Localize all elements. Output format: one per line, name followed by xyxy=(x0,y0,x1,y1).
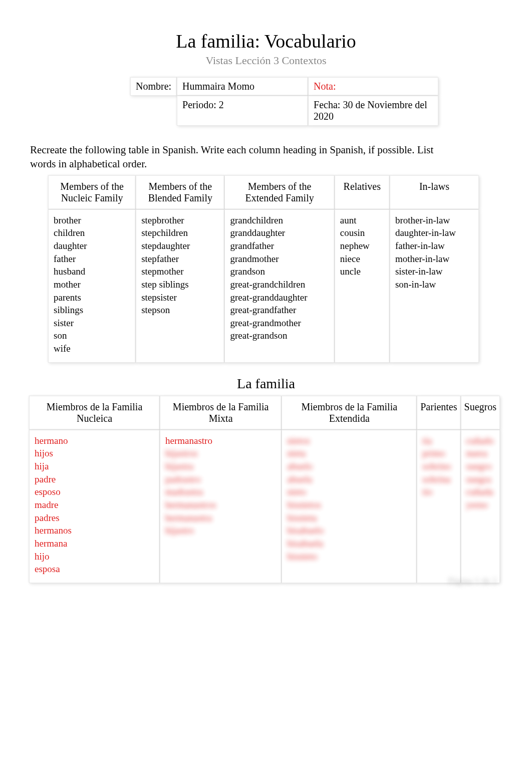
vocab-word-blurred: nuera xyxy=(466,447,494,460)
es-header-1: Miembros de la Familia Mixta xyxy=(160,396,282,430)
vocab-word: esposa xyxy=(35,563,154,576)
vocab-word: daughter-in-law xyxy=(395,226,473,239)
vocab-word: great-grandmother xyxy=(230,317,329,330)
vocab-word: grandson xyxy=(230,265,329,278)
vocab-word-blurred: bisabuelo xyxy=(287,524,411,537)
vocab-word: cousin xyxy=(340,226,384,239)
vocab-word: wife xyxy=(54,342,130,355)
vocab-word: aunt xyxy=(340,214,384,227)
vocab-word: great-grandfather xyxy=(230,304,329,317)
page-footer: Página 1 de 2 xyxy=(448,576,497,587)
vocab-word: hermana xyxy=(35,537,154,550)
vocab-word-blurred: nietos xyxy=(287,434,411,447)
vocab-word-blurred: tía xyxy=(422,434,455,447)
vocab-word: granddaughter xyxy=(230,226,329,239)
vocab-word: sister xyxy=(54,317,130,330)
vocab-word: stepchildren xyxy=(141,226,219,239)
vocab-word: hijo xyxy=(35,550,154,563)
vocab-word: great-granddaughter xyxy=(230,291,329,304)
vocab-word-blurred: hijastra xyxy=(165,460,276,473)
en-header-0: Members of theNucleic Family xyxy=(48,175,136,209)
vocab-word: father-in-law xyxy=(395,239,473,252)
vocab-word: stepson xyxy=(141,304,219,317)
vocab-word: niece xyxy=(340,252,384,266)
vocab-word: nephew xyxy=(340,239,384,252)
vocab-word-blurred: bisabuela xyxy=(287,537,411,550)
vocab-word: hermanos xyxy=(35,524,154,537)
nombre-label: Nombre: xyxy=(130,77,177,96)
vocab-word-blurred: madrastra xyxy=(165,485,276,498)
vocab-word-blurred: nieto xyxy=(287,485,411,498)
vocab-word: daughter xyxy=(54,239,130,252)
vocab-word: son-in-law xyxy=(395,278,473,291)
vocab-word: stepfather xyxy=(141,252,219,266)
vocab-word-blurred: sobrina xyxy=(422,473,455,486)
vocab-word-blurred: bisnieta xyxy=(287,511,411,525)
vocab-word: sister-in-law xyxy=(395,265,473,278)
en-header-3: Relatives xyxy=(335,175,390,209)
vocab-word: grandfather xyxy=(230,239,329,252)
vocab-word-blurred: cuñado xyxy=(466,434,494,447)
page-subtitle: Vistas Lección 3 Contextos xyxy=(30,54,502,67)
vocab-word: grandmother xyxy=(230,252,329,266)
vocab-word: padre xyxy=(35,473,154,486)
vocab-word: step siblings xyxy=(141,278,219,291)
vocab-word: great-grandson xyxy=(230,329,329,342)
spanish-table: Miembros de la Familia NucleicaMiembros … xyxy=(29,396,500,583)
en-col-3: auntcousinnephewnieceuncle xyxy=(335,209,390,363)
vocab-word-blurred: bisnietos xyxy=(287,498,411,511)
vocab-word: hermano xyxy=(35,434,154,447)
vocab-word: madre xyxy=(35,498,154,511)
vocab-word-blurred: abuela xyxy=(287,473,411,486)
vocab-word: stepdaughter xyxy=(141,239,219,252)
en-col-4: brother-in-lawdaughter-in-lawfather-in-l… xyxy=(390,209,479,363)
es-header-0: Miembros de la Familia Nucleica xyxy=(29,396,160,430)
vocab-word-blurred: sobrino xyxy=(422,460,455,473)
vocab-word-blurred: cuñada xyxy=(466,485,494,498)
vocab-word-blurred: suegra xyxy=(466,473,494,486)
vocab-word: husband xyxy=(54,265,130,278)
instructions: Recreate the following table in Spanish.… xyxy=(30,143,502,171)
vocab-word: hermanastro xyxy=(165,434,276,447)
vocab-word-blurred: yerno xyxy=(466,498,494,511)
vocab-word: siblings xyxy=(54,304,130,317)
vocab-word-blurred: suegro xyxy=(466,460,494,473)
vocab-word: mother xyxy=(54,278,130,291)
vocab-word: brother-in-law xyxy=(395,214,473,227)
vocab-word: children xyxy=(54,226,130,239)
es-col-2: nietosnietaabueloabuelanietobisnietosbis… xyxy=(282,430,417,583)
es-header-3: Parientes xyxy=(417,396,460,430)
vocab-word: esposo xyxy=(35,485,154,498)
vocab-word: father xyxy=(54,252,130,266)
vocab-word: stepmother xyxy=(141,265,219,278)
vocab-word-blurred: hijastro xyxy=(165,524,276,537)
es-col-0: hermanohijoshijapadreesposomadrepadreshe… xyxy=(29,430,160,583)
vocab-word-blurred: nieta xyxy=(287,447,411,460)
es-col-3: tíaprimosobrinosobrinatío xyxy=(417,430,460,583)
page-title: La familia: Vocabulario xyxy=(30,30,502,52)
nota-cell: Nota: xyxy=(308,77,438,96)
fecha-cell: Fecha: 30 de Noviembre del 2020 xyxy=(308,96,438,126)
vocab-word: brother xyxy=(54,214,130,227)
en-col-2: grandchildrengranddaughtergrandfathergra… xyxy=(224,209,334,363)
en-header-2: Members of theExtended Family xyxy=(224,175,334,209)
en-header-1: Members of theBlended Family xyxy=(136,175,224,209)
vocab-word: parents xyxy=(54,291,130,304)
nombre-value: Hummaira Momo xyxy=(177,77,308,96)
vocab-word: great-grandchildren xyxy=(230,278,329,291)
es-col-1: hermanastrohijastroshijastrapadrastromad… xyxy=(160,430,282,583)
en-col-0: brotherchildrendaughterfatherhusbandmoth… xyxy=(48,209,136,363)
vocab-word-blurred: tío xyxy=(422,485,455,498)
vocab-word: stepbrother xyxy=(141,214,219,227)
en-col-1: stepbrotherstepchildrenstepdaughterstepf… xyxy=(136,209,224,363)
vocab-word: mother-in-law xyxy=(395,252,473,266)
vocab-word: uncle xyxy=(340,265,384,278)
english-table: Members of theNucleic FamilyMembers of t… xyxy=(48,175,479,363)
vocab-word: hijos xyxy=(35,447,154,460)
vocab-word: hija xyxy=(35,460,154,473)
es-header-2: Miembros de la Familia Extendida xyxy=(282,396,417,430)
en-header-4: In-laws xyxy=(390,175,479,209)
vocab-word: padres xyxy=(35,511,154,525)
section-title: La familia xyxy=(30,376,502,392)
es-header-4: Suegros xyxy=(461,396,500,430)
